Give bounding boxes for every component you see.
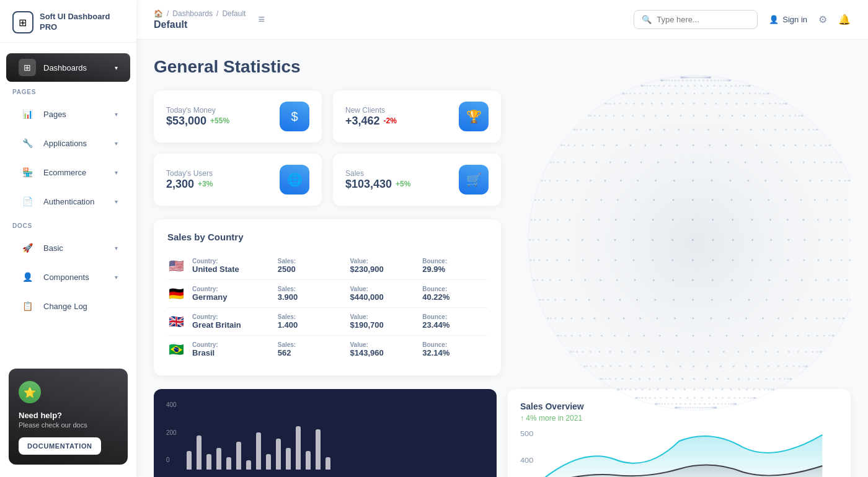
sign-in-label: Sign in <box>782 15 807 24</box>
flag-de: 🇩🇪 <box>167 286 185 301</box>
sidebar-item-pages[interactable]: 📊 Pages ▾ <box>6 100 130 128</box>
bar-group <box>246 460 251 470</box>
bar <box>216 448 221 470</box>
header: 🏠 / Dashboards / Default Default ≡ 🔍 👤 S… <box>136 0 868 40</box>
ecommerce-icon: 🏪 <box>19 164 36 181</box>
stat-info-money: Today's Money $53,000 +55% <box>166 106 229 128</box>
sidebar-item-basic[interactable]: 🚀 Basic ▾ <box>6 234 130 262</box>
flag-gb: 🇬🇧 <box>167 314 185 329</box>
flag-br: 🇧🇷 <box>167 342 185 357</box>
value-br: Value: $143,960 <box>350 341 415 357</box>
sales-by-country-card: Sales by Country 🇺🇸 Country: United Stat… <box>154 219 501 375</box>
users-change: +3% <box>198 180 213 188</box>
sidebar-label-dashboards: Dashboards <box>43 63 107 72</box>
content-area: General Statistics Today's Money $53,000… <box>136 40 868 477</box>
sidebar-label-components: Components <box>43 273 107 282</box>
flag-us: 🇺🇸 <box>167 258 185 273</box>
bar <box>187 451 192 470</box>
sidebar-label-ecommerce: Ecommerce <box>43 168 107 177</box>
header-right: 🔍 👤 Sign in ⚙ 🔔 <box>634 10 851 29</box>
page-title: General Statistics <box>154 57 851 77</box>
bar <box>246 460 251 470</box>
breadcrumb-sep1: / <box>167 9 169 18</box>
stat-value-clients: +3,462 -2% <box>345 115 397 128</box>
ecommerce-chevron: ▾ <box>115 169 118 176</box>
sidebar-item-ecommerce[interactable]: 🏪 Ecommerce ▾ <box>6 158 130 186</box>
search-input[interactable] <box>657 15 750 24</box>
stat-card-money: Today's Money $53,000 +55% $ <box>154 90 322 142</box>
pages-chevron: ▾ <box>115 111 118 118</box>
bounce-de: Bounce: 40.22% <box>422 286 487 302</box>
bar-group <box>296 426 301 470</box>
changelog-icon: 📋 <box>19 297 36 315</box>
current-page-title: Default <box>154 19 246 30</box>
sidebar-nav: ⊞ Dashboards ▾ PAGES 📊 Pages ▾ 🔧 Applica… <box>0 43 136 359</box>
sales-icon: 🛒 <box>459 165 489 195</box>
sign-in-button[interactable]: 👤 Sign in <box>769 15 807 24</box>
content-wrapper: General Statistics Today's Money $53,000… <box>154 57 851 477</box>
bar-group <box>187 451 192 470</box>
bar <box>206 454 211 470</box>
overview-title: Sales Overview <box>520 401 838 411</box>
bar-group <box>316 429 321 470</box>
bar <box>286 448 291 470</box>
bar <box>226 457 231 470</box>
bar <box>236 442 241 470</box>
bar <box>256 432 261 470</box>
bell-icon[interactable]: 🔔 <box>838 14 851 25</box>
gear-icon[interactable]: ⚙ <box>818 14 827 25</box>
stat-info-clients: New Clients +3,462 -2% <box>345 106 397 128</box>
clients-icon: 🏆 <box>459 102 489 131</box>
stat-value-users: 2,300 +3% <box>166 178 213 191</box>
sidebar-item-components[interactable]: 👤 Components ▾ <box>6 263 130 291</box>
stat-label-sales: Sales <box>345 169 410 178</box>
sales-overview-card: Sales Overview ↑ 4% more in 2021 <box>508 389 851 477</box>
breadcrumb-dashboards: Dashboards <box>172 9 213 18</box>
table-row: 🇩🇪 Country: Germany Sales: 3.900 Value: … <box>167 280 487 308</box>
hamburger-icon[interactable]: ≡ <box>258 13 265 26</box>
sidebar-label-authentication: Authentication <box>43 197 107 206</box>
help-star-icon: ⭐ <box>19 381 41 403</box>
sidebar-label-pages: Pages <box>43 110 107 119</box>
basic-chevron: ▾ <box>115 245 118 252</box>
country-br: Country: Brasil <box>192 341 270 357</box>
bar-group <box>206 454 211 470</box>
breadcrumb: 🏠 / Dashboards / Default Default <box>154 9 246 30</box>
bar-group <box>236 442 241 470</box>
help-title: Need help? <box>19 411 118 420</box>
sidebar-item-authentication[interactable]: 📄 Authentication ▾ <box>6 187 130 216</box>
money-change: +55% <box>210 116 229 125</box>
help-box: ⭐ Need help? Please check our docs DOCUM… <box>9 369 128 465</box>
sidebar-item-applications[interactable]: 🔧 Applications ▾ <box>6 129 130 157</box>
stat-card-clients: New Clients +3,462 -2% 🏆 <box>333 90 501 142</box>
search-box[interactable]: 🔍 <box>634 10 758 29</box>
sales-by-country-title: Sales by Country <box>167 232 487 242</box>
logo-area: ⊞ Soft UI Dashboard PRO <box>0 0 136 43</box>
country-de: Country: Germany <box>192 286 270 302</box>
stat-label-clients: New Clients <box>345 106 397 115</box>
bar-group <box>216 448 221 470</box>
bar <box>306 451 311 470</box>
bar <box>276 439 281 470</box>
user-icon: 👤 <box>769 15 779 24</box>
search-icon: 🔍 <box>642 15 652 24</box>
stat-info-users: Today's Users 2,300 +3% <box>166 169 213 191</box>
country-us: Country: United State <box>192 258 270 274</box>
dashboards-icon: ⊞ <box>19 59 36 76</box>
line-chart: 500 400 <box>520 429 838 477</box>
overview-sub: ↑ 4% more in 2021 <box>520 414 838 422</box>
logo-icon: ⊞ <box>12 11 33 33</box>
bar <box>316 429 321 470</box>
documentation-button[interactable]: DOCUMENTATION <box>19 437 101 455</box>
components-chevron: ▾ <box>115 274 118 281</box>
sidebar-label-basic: Basic <box>43 243 107 253</box>
bounce-gb: Bounce: 23.44% <box>422 313 487 330</box>
sidebar-item-dashboards[interactable]: ⊞ Dashboards ▾ <box>6 53 130 82</box>
bar-group <box>266 454 271 470</box>
sidebar-item-changelog[interactable]: 📋 Change Log <box>6 292 130 320</box>
bar-group <box>197 435 202 470</box>
main-area: 🏠 / Dashboards / Default Default ≡ 🔍 👤 S… <box>136 0 868 477</box>
value-de: Value: $440,000 <box>350 286 415 302</box>
applications-icon: 🔧 <box>19 134 36 152</box>
stats-row: Today's Money $53,000 +55% $ New Clients… <box>154 90 501 206</box>
